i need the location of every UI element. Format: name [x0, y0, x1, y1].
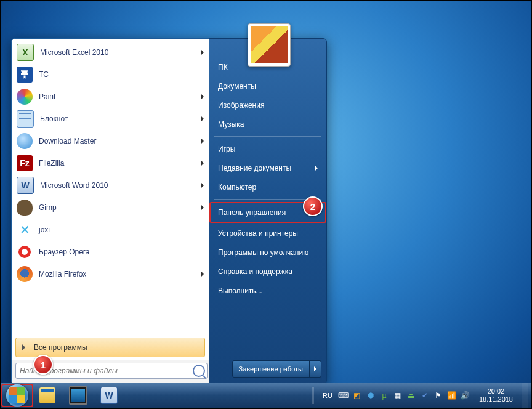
- shutdown-label: Завершение работы: [233, 361, 309, 377]
- right-item[interactable]: Компьютер: [209, 177, 326, 196]
- right-item[interactable]: Изображения: [209, 95, 326, 115]
- taskbar-monitor[interactable]: [66, 386, 96, 405]
- app-label: Microsoft Word 2010: [40, 181, 201, 190]
- app-item-excel[interactable]: XMicrosoft Excel 2010: [13, 41, 208, 63]
- right-item[interactable]: Программы по умолчанию: [209, 243, 326, 262]
- app-item-fz[interactable]: FzFileZilla: [13, 152, 208, 174]
- right-item[interactable]: Выполнить...: [209, 281, 326, 300]
- app-item-gimp[interactable]: Gimp: [13, 196, 208, 219]
- right-item[interactable]: Музыка: [209, 115, 326, 134]
- chevron-right-icon: [201, 272, 204, 277]
- system-tray: RU ⌨ ◩ ⬢ µ ▦ ⏏ ✔ ⚑ 📶 🔊 20:02 18.11.2018: [309, 383, 531, 408]
- shutdown-button[interactable]: Завершение работы: [232, 360, 321, 378]
- right-item[interactable]: Справка и поддержка: [209, 262, 326, 281]
- start-menu: XMicrosoft Excel 2010TCPaintБлокнотDownl…: [11, 38, 327, 384]
- tray-separator: [312, 387, 314, 404]
- right-item[interactable]: Недавние документы: [209, 158, 326, 177]
- word-icon: W: [17, 177, 34, 194]
- annotation-marker-2: 2: [303, 196, 323, 216]
- right-item-label: Игры: [218, 145, 235, 153]
- app-label: Download Master: [39, 137, 201, 145]
- utorrent-icon[interactable]: µ: [379, 391, 389, 400]
- chevron-right-icon: [201, 116, 204, 121]
- search-icon: [193, 365, 205, 377]
- app-label: Блокнот: [40, 115, 201, 123]
- safely-remove-icon[interactable]: ⏏: [406, 391, 416, 400]
- excel-icon: X: [17, 44, 34, 61]
- right-item-label: Недавние документы: [218, 164, 291, 172]
- right-item[interactable]: Устройства и принтеры: [209, 224, 326, 243]
- explorer-icon: [39, 387, 55, 403]
- pinned-apps-list: XMicrosoft Excel 2010TCPaintБлокнотDownl…: [12, 39, 209, 336]
- triangle-right-icon: [314, 366, 316, 371]
- start-button[interactable]: [6, 384, 28, 407]
- app-label: Gimp: [39, 203, 201, 212]
- separator: [214, 136, 321, 137]
- annotation-marker-1: 1: [33, 355, 53, 375]
- keyboard-icon[interactable]: ⌨: [339, 391, 349, 400]
- right-item-label: Документы: [218, 82, 256, 91]
- show-desktop-button[interactable]: [522, 383, 528, 408]
- shutdown-options-dropdown[interactable]: [309, 361, 321, 377]
- app-item-tc[interactable]: TC: [13, 63, 208, 86]
- app-label: Браузер Opera: [39, 248, 204, 256]
- right-item-label: Выполнить...: [218, 286, 262, 295]
- opera-icon: [17, 244, 33, 260]
- app-item-firefox[interactable]: Mozilla Firefox: [13, 263, 208, 285]
- windows-logo-quadrant: [9, 395, 18, 403]
- right-item-label: Музыка: [218, 120, 244, 129]
- language-indicator[interactable]: RU: [320, 392, 335, 399]
- tray-app-icon[interactable]: ◩: [352, 391, 362, 400]
- gimp-icon: [17, 200, 33, 216]
- app-label: joxi: [39, 225, 204, 234]
- chevron-right-icon: [201, 183, 204, 188]
- chevron-right-icon: [315, 166, 318, 171]
- taskbar-explorer[interactable]: [36, 386, 65, 405]
- app-label: Mozilla Firefox: [39, 270, 201, 278]
- action-center-icon[interactable]: ⚑: [433, 391, 443, 400]
- triangle-right-icon: [22, 344, 25, 350]
- app-label: TC: [39, 70, 204, 79]
- tray-app-icon[interactable]: ✔: [420, 391, 430, 400]
- right-item-label: ПК: [218, 63, 228, 71]
- dm-icon: [17, 133, 33, 149]
- desktop: XMicrosoft Excel 2010TCPaintБлокнотDownl…: [1, 1, 531, 408]
- pinned-taskbar-icons: W: [33, 386, 127, 405]
- right-item-label: Справка и поддержка: [218, 267, 292, 276]
- app-item-notepad[interactable]: Блокнот: [13, 108, 208, 130]
- clock-time: 20:02: [479, 387, 513, 395]
- right-item-label: Устройства и принтеры: [218, 229, 298, 238]
- taskbar: W RU ⌨ ◩ ⬢ µ ▦ ⏏ ✔ ⚑ 📶 🔊 20:02 18.11.201…: [1, 383, 531, 408]
- right-item[interactable]: Документы: [209, 76, 326, 95]
- tray-app-icon[interactable]: ▦: [393, 391, 403, 400]
- clock-date: 18.11.2018: [479, 395, 513, 403]
- app-label: Paint: [39, 92, 201, 101]
- right-item[interactable]: Игры: [209, 139, 326, 158]
- volume-icon[interactable]: 🔊: [461, 391, 470, 400]
- right-item-label: Панель управления: [218, 208, 286, 217]
- taskbar-clock[interactable]: 20:02 18.11.2018: [474, 387, 518, 403]
- chevron-right-icon: [201, 94, 204, 99]
- app-item-joxi[interactable]: ✕joxi: [13, 219, 208, 241]
- app-item-word[interactable]: WMicrosoft Word 2010: [13, 174, 208, 196]
- app-item-dm[interactable]: Download Master: [13, 130, 208, 152]
- firefox-icon: [17, 266, 33, 282]
- chevron-right-icon: [201, 205, 204, 210]
- chevron-right-icon: [201, 139, 204, 144]
- app-item-paint[interactable]: Paint: [13, 86, 208, 108]
- monitor-icon: [69, 386, 87, 405]
- taskbar-word[interactable]: W: [97, 386, 127, 405]
- network-icon[interactable]: 📶: [447, 391, 457, 400]
- user-picture-frame[interactable]: [248, 23, 291, 67]
- chevron-right-icon: [201, 50, 204, 55]
- all-programs-label: Все программы: [34, 343, 87, 352]
- user-picture: [251, 26, 288, 63]
- start-button-wrap: [1, 384, 33, 407]
- fz-icon: Fz: [17, 155, 33, 171]
- paint-icon: [17, 89, 33, 105]
- start-menu-left-pane: XMicrosoft Excel 2010TCPaintБлокнотDownl…: [11, 38, 209, 384]
- tray-app-icon[interactable]: ⬢: [366, 391, 376, 400]
- notepad-icon: [17, 110, 34, 128]
- right-item-label: Изображения: [218, 101, 264, 110]
- app-item-opera[interactable]: Браузер Opera: [13, 241, 208, 263]
